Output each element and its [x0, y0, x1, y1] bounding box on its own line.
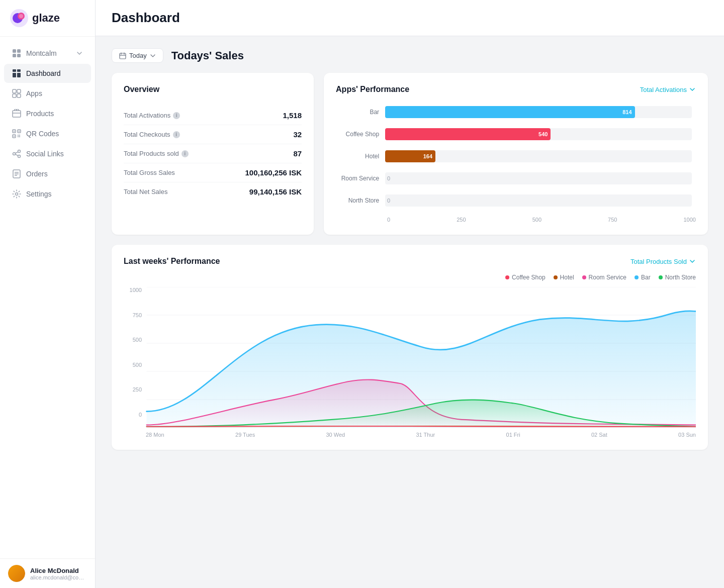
bar-zero-value: 0 — [387, 175, 390, 181]
x-label-250: 250 — [457, 217, 466, 223]
svg-rect-23 — [14, 136, 15, 137]
x-label-500: 500 — [532, 217, 541, 223]
bar-label: Hotel — [340, 153, 385, 160]
workspace-icon — [12, 49, 21, 58]
orders-icon — [12, 169, 21, 178]
bar-value: 814 — [622, 109, 631, 115]
stat-row-activations: Total Activations i 1,518 — [124, 106, 302, 125]
calendar-icon — [119, 52, 126, 59]
weekly-performance-card: Last weeks' Performance Total Products S… — [112, 245, 708, 450]
bar-zero-value: 0 — [387, 198, 390, 204]
bar-value: 540 — [538, 131, 548, 137]
overview-title: Overview — [124, 85, 302, 94]
x-day-label-5: 02 Sat — [591, 432, 607, 438]
svg-rect-11 — [17, 73, 21, 77]
legend-dot — [582, 275, 586, 279]
y-label-250: 250 — [124, 386, 142, 393]
sidebar-item-products[interactable]: Products — [4, 104, 91, 123]
perf-title: Apps' Performance — [336, 85, 409, 94]
perf-filter[interactable]: Total Activations — [640, 86, 696, 93]
glaze-logo-icon — [10, 9, 28, 27]
legend-label: Room Service — [589, 274, 626, 281]
weekly-header: Last weeks' Performance Total Products S… — [124, 257, 696, 266]
bar-track: 814 — [385, 106, 692, 118]
svg-point-29 — [13, 153, 16, 155]
svg-rect-26 — [18, 136, 19, 137]
info-icon-products-sold[interactable]: i — [182, 150, 189, 157]
stat-label-activations: Total Activations i — [124, 112, 180, 119]
bar-row: North Store0 — [340, 194, 692, 207]
apps-performance-card: Apps' Performance Total Activations Bar8… — [324, 73, 708, 235]
svg-point-28 — [18, 150, 21, 153]
weekly-filter-label: Total Products Sold — [630, 258, 687, 265]
period-label: Today — [129, 52, 147, 59]
info-icon-checkouts[interactable]: i — [173, 131, 180, 138]
perf-filter-label: Total Activations — [640, 86, 687, 93]
stat-value-gross-sales: 100,160,256 ISK — [245, 168, 302, 177]
bar-fill: 540 — [385, 128, 551, 140]
products-icon — [12, 109, 21, 118]
y-label-0: 0 — [124, 412, 142, 418]
sidebar-item-apps[interactable]: Apps — [4, 84, 91, 103]
svg-line-32 — [15, 154, 18, 156]
stat-row-net-sales: Total Net Sales 99,140,156 ISK — [124, 182, 302, 201]
line-chart-svg — [124, 287, 696, 428]
svg-rect-24 — [18, 135, 19, 136]
y-label-500b: 500 — [124, 362, 142, 368]
settings-icon — [12, 189, 21, 199]
y-label-1000: 1000 — [124, 287, 142, 293]
user-profile[interactable]: Alice McDonald alice.mcdonald@codenorth.… — [0, 558, 95, 588]
svg-rect-12 — [13, 89, 16, 93]
svg-rect-13 — [17, 89, 21, 93]
user-name: Alice McDonald — [30, 567, 87, 574]
chevron-down-icon — [76, 50, 83, 57]
bar-label: Bar — [340, 109, 385, 116]
bar-track: 0 — [385, 172, 692, 184]
sidebar-item-dashboard[interactable]: Dashboard — [4, 64, 91, 83]
svg-rect-4 — [13, 49, 16, 53]
bar-row: Room Service0 — [340, 172, 692, 184]
bar-row: Coffee Shop540 — [340, 128, 692, 140]
bar-row: Bar814 — [340, 106, 692, 118]
legend-item: Bar — [635, 274, 651, 281]
workspace-selector[interactable]: Montcalm — [4, 44, 91, 63]
sidebar-item-social[interactable]: Social Links — [4, 144, 91, 163]
bar-fill: 814 — [385, 106, 635, 118]
svg-rect-10 — [13, 73, 16, 77]
chevron-down-icon — [150, 53, 156, 59]
svg-rect-5 — [17, 49, 21, 53]
bar-track: 540 — [385, 128, 692, 140]
legend-label: North Store — [665, 274, 696, 281]
bar-label: Room Service — [340, 175, 385, 182]
stat-row-gross-sales: Total Gross Sales 100,160,256 ISK — [124, 163, 302, 182]
apps-bar-chart: Bar814Coffee Shop540Hotel164Room Service… — [336, 106, 696, 207]
legend-item: North Store — [659, 274, 696, 281]
x-label-0: 0 — [387, 217, 390, 223]
weekly-title: Last weeks' Performance — [124, 257, 220, 266]
page-title: Dashboard — [112, 10, 708, 26]
legend-item: Room Service — [582, 274, 626, 281]
sidebar-item-label-settings: Settings — [26, 190, 52, 198]
workspace-label: Montcalm — [26, 49, 57, 57]
stat-row-products-sold: Total Products sold i 87 — [124, 144, 302, 163]
sidebar-item-qrcodes[interactable]: QR Codes — [4, 124, 91, 143]
sidebar-item-settings[interactable]: Settings — [4, 184, 91, 204]
legend-label: Bar — [641, 274, 651, 281]
bar-label: North Store — [340, 197, 385, 204]
weekly-filter[interactable]: Total Products Sold — [630, 258, 696, 265]
x-axis: 0 250 500 750 1000 — [336, 217, 696, 223]
x-day-label-2: 30 Wed — [326, 432, 345, 438]
period-selector[interactable]: Today — [112, 48, 163, 63]
sidebar-item-orders[interactable]: Orders — [4, 164, 91, 183]
bar-value: 164 — [423, 153, 432, 159]
apps-icon — [12, 89, 21, 98]
sidebar-item-label-products: Products — [26, 110, 54, 118]
stat-row-checkouts: Total Checkouts i 32 — [124, 125, 302, 144]
svg-rect-38 — [120, 53, 126, 59]
info-icon-activations[interactable]: i — [173, 112, 180, 119]
x-day-label-3: 31 Thur — [416, 432, 435, 438]
stat-value-activations: 1,518 — [283, 111, 302, 120]
svg-rect-22 — [19, 131, 20, 132]
y-axis-labels: 1000 750 500 500 250 0 — [124, 287, 146, 418]
stat-value-net-sales: 99,140,156 ISK — [249, 187, 302, 196]
